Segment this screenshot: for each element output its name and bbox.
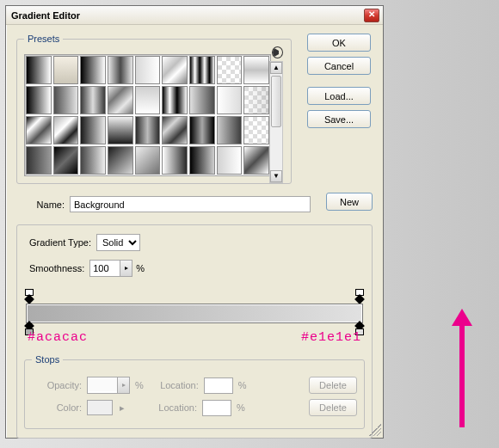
annotation-left-hex: #acacac bbox=[28, 330, 88, 345]
preset-swatch[interactable] bbox=[217, 86, 243, 114]
opacity-location-unit: % bbox=[238, 380, 247, 390]
flyout-menu-icon bbox=[273, 47, 282, 58]
name-label: Name: bbox=[16, 199, 65, 210]
presets-menu-button[interactable] bbox=[273, 47, 282, 59]
gradient-bar[interactable] bbox=[26, 304, 363, 323]
opacity-stop-row: Opacity: ▸ % Location: % Delete bbox=[32, 377, 357, 394]
preset-swatch[interactable] bbox=[53, 56, 79, 84]
preset-swatch[interactable] bbox=[189, 146, 215, 175]
presets-group: Presets ▲ ▼ bbox=[16, 34, 292, 184]
smoothness-unit: % bbox=[136, 263, 145, 273]
action-buttons: OK Cancel Load... Save... bbox=[307, 34, 371, 133]
preset-swatch[interactable] bbox=[217, 116, 243, 144]
color-label: Color: bbox=[32, 402, 82, 413]
gradient-type-select[interactable]: Solid bbox=[96, 234, 140, 251]
presets-legend: Presets bbox=[24, 34, 63, 44]
save-button[interactable]: Save... bbox=[307, 110, 371, 128]
preset-swatch[interactable] bbox=[243, 116, 269, 144]
color-location-label: Location: bbox=[147, 402, 197, 413]
opacity-location-input bbox=[204, 377, 233, 394]
gradient-type-group: Gradient Type: Solid Smoothness: ▸ % bbox=[16, 224, 373, 439]
name-row: Name: New bbox=[16, 193, 373, 216]
annotation-right-hex: #e1e1e1 bbox=[301, 330, 361, 345]
smoothness-stepper[interactable]: ▸ bbox=[89, 260, 132, 277]
preset-swatch[interactable] bbox=[53, 116, 79, 144]
preset-swatch[interactable] bbox=[26, 116, 52, 144]
presets-scrollbar[interactable]: ▲ ▼ bbox=[269, 61, 283, 183]
preset-swatch[interactable] bbox=[162, 86, 188, 114]
resize-grip-icon[interactable] bbox=[369, 424, 381, 436]
preset-swatch[interactable] bbox=[26, 56, 52, 84]
close-icon: ✕ bbox=[368, 9, 375, 19]
scroll-down-icon[interactable]: ▼ bbox=[270, 170, 282, 182]
dialog-title: Gradient Editor bbox=[11, 10, 364, 21]
preset-swatch[interactable] bbox=[243, 146, 269, 175]
annotation-arrow-icon bbox=[459, 324, 465, 427]
chevron-right-icon: ▸ bbox=[117, 377, 129, 393]
preset-swatch[interactable] bbox=[108, 86, 133, 114]
delete-color-stop-button: Delete bbox=[309, 399, 357, 416]
preset-swatch[interactable] bbox=[80, 116, 106, 144]
preset-swatch[interactable] bbox=[53, 86, 79, 114]
opacity-unit: % bbox=[135, 380, 144, 390]
opacity-input bbox=[88, 379, 117, 391]
preset-swatch[interactable] bbox=[189, 116, 215, 144]
scroll-up-icon[interactable]: ▲ bbox=[270, 62, 282, 74]
preset-swatch[interactable] bbox=[162, 116, 188, 144]
preset-swatch[interactable] bbox=[135, 116, 161, 144]
preset-swatch[interactable] bbox=[162, 56, 188, 84]
opacity-label: Opacity: bbox=[32, 380, 82, 390]
stops-group: Stops Opacity: ▸ % Location: % Delete Co… bbox=[24, 354, 365, 429]
preset-swatch[interactable] bbox=[243, 86, 269, 114]
stops-legend: Stops bbox=[32, 354, 63, 365]
name-input[interactable] bbox=[70, 196, 311, 212]
opacity-location-label: Location: bbox=[149, 380, 199, 390]
preset-swatch[interactable] bbox=[135, 56, 161, 84]
preset-swatch[interactable] bbox=[108, 146, 133, 175]
titlebar[interactable]: Gradient Editor ✕ bbox=[6, 6, 383, 25]
preset-swatch[interactable] bbox=[26, 86, 52, 114]
preset-swatch[interactable] bbox=[26, 146, 52, 175]
dialog-content: OK Cancel Load... Save... Presets ▲ ▼ Na… bbox=[6, 25, 383, 447]
gradient-editor-dialog: Gradient Editor ✕ OK Cancel Load... Save… bbox=[5, 5, 384, 439]
chevron-right-icon: ▸ bbox=[118, 402, 126, 414]
preset-swatch[interactable] bbox=[135, 146, 161, 175]
preset-swatch[interactable] bbox=[189, 56, 215, 84]
presets-grid[interactable] bbox=[24, 54, 271, 176]
load-button[interactable]: Load... bbox=[307, 87, 371, 105]
smoothness-input[interactable] bbox=[90, 262, 120, 274]
gradient-type-label: Gradient Type: bbox=[29, 237, 91, 248]
scroll-thumb[interactable] bbox=[271, 76, 281, 127]
preset-swatch[interactable] bbox=[162, 146, 188, 175]
delete-opacity-stop-button: Delete bbox=[309, 377, 357, 394]
preset-swatch[interactable] bbox=[80, 56, 106, 84]
opacity-stop-right[interactable] bbox=[354, 289, 365, 304]
opacity-stop-left[interactable] bbox=[24, 289, 34, 304]
close-button[interactable]: ✕ bbox=[364, 9, 379, 22]
preset-swatch[interactable] bbox=[217, 56, 243, 84]
new-button[interactable]: New bbox=[326, 193, 373, 211]
color-swatch bbox=[87, 400, 113, 415]
chevron-right-icon[interactable]: ▸ bbox=[120, 261, 132, 276]
preset-swatch[interactable] bbox=[108, 56, 133, 84]
cancel-button[interactable]: Cancel bbox=[307, 57, 371, 75]
ok-button[interactable]: OK bbox=[307, 34, 371, 52]
preset-swatch[interactable] bbox=[53, 146, 79, 175]
color-location-input bbox=[202, 400, 231, 416]
color-location-unit: % bbox=[237, 402, 245, 413]
opacity-stepper: ▸ bbox=[87, 377, 130, 394]
preset-swatch[interactable] bbox=[217, 146, 243, 175]
preset-swatch[interactable] bbox=[108, 116, 133, 144]
smoothness-label: Smoothness: bbox=[29, 263, 84, 273]
color-stop-row: Color: ▸ Location: % Delete bbox=[32, 399, 357, 416]
preset-swatch[interactable] bbox=[80, 86, 106, 114]
gradient-editor-track: #acacac #e1e1e1 bbox=[24, 289, 365, 335]
preset-swatch[interactable] bbox=[80, 146, 106, 175]
preset-swatch[interactable] bbox=[135, 86, 161, 114]
preset-swatch[interactable] bbox=[243, 56, 269, 84]
preset-swatch[interactable] bbox=[189, 86, 215, 114]
